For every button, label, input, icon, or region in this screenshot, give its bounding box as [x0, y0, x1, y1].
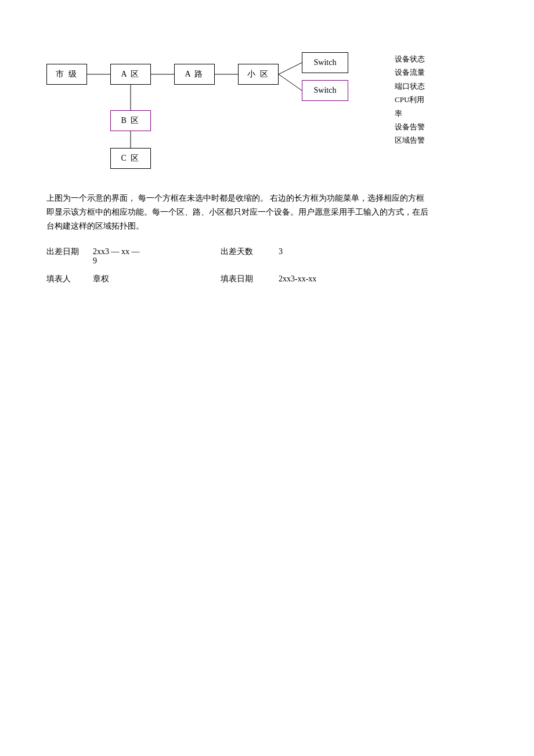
- node-a-lu[interactable]: A 路: [174, 64, 215, 85]
- value-departure-date: 2xx3 — xx —9: [93, 247, 221, 266]
- menu-item-cpu-cont: 率: [395, 107, 425, 120]
- value-departure-days: 3: [279, 247, 488, 256]
- node-xiao-qu[interactable]: 小 区: [238, 64, 279, 85]
- node-c-qu[interactable]: C 区: [110, 148, 151, 169]
- menu-item-cpu[interactable]: CPU利用: [395, 93, 425, 106]
- node-switch2[interactable]: Switch: [302, 80, 348, 101]
- label-fill-date: 填表日期: [221, 274, 279, 284]
- page: 市 级 A 区 A 路 小 区 Switch Switch B 区: [0, 0, 534, 756]
- value-filler: 章权: [93, 274, 221, 284]
- form-section: 出差日期 2xx3 — xx —9 出差天数 3 填表人 章权 填表日期 2xx…: [46, 247, 488, 284]
- form-row-2: 填表人 章权 填表日期 2xx3-xx-xx: [46, 274, 488, 284]
- function-menu: 设备状态 设备流量 端口状态 CPU利用 率 设备告警 区域告警: [395, 52, 425, 147]
- label-departure-date: 出差日期: [46, 247, 93, 257]
- menu-item-device-flow[interactable]: 设备流量: [395, 66, 425, 79]
- svg-line-3: [279, 63, 302, 74]
- node-b-qu[interactable]: B 区: [110, 110, 151, 131]
- menu-item-device-alarm[interactable]: 设备告警: [395, 120, 425, 133]
- value-fill-date: 2xx3-xx-xx: [279, 274, 488, 284]
- menu-item-device-status[interactable]: 设备状态: [395, 52, 425, 66]
- form-row-1: 出差日期 2xx3 — xx —9 出差天数 3: [46, 247, 488, 266]
- node-switch1[interactable]: Switch: [302, 52, 348, 73]
- svg-line-4: [279, 74, 302, 91]
- menu-item-area-alarm[interactable]: 区域告警: [395, 133, 425, 147]
- label-departure-days: 出差天数: [221, 247, 279, 257]
- node-shi[interactable]: 市 级: [46, 64, 87, 85]
- diagram-canvas: 市 级 A 区 A 路 小 区 Switch Switch B 区: [46, 46, 383, 174]
- description-text: 上图为一个示意的界面， 每一个方框在未选中时都是收缩的。 右边的长方框为功能菜单…: [46, 191, 430, 233]
- label-filler: 填表人: [46, 274, 93, 284]
- diagram-area: 市 级 A 区 A 路 小 区 Switch Switch B 区: [46, 46, 488, 174]
- menu-item-port-status[interactable]: 端口状态: [395, 79, 425, 93]
- node-a-qu[interactable]: A 区: [110, 64, 151, 85]
